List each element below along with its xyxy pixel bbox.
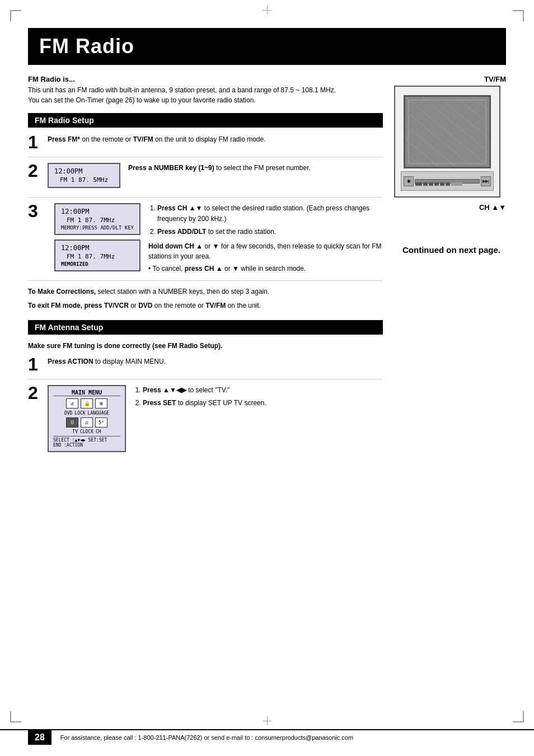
antenna-step1-text: Press ACTION to display MAIN MENU. [48, 356, 383, 367]
tv-fm-label: TV/FM [394, 75, 506, 83]
continued-text: Continued on next page. [394, 245, 506, 255]
tv-screen [404, 95, 491, 168]
svg-line-2 [439, 97, 489, 139]
exit-fm-note: To exit FM mode, press TV/VCR or DVD on … [28, 300, 383, 311]
antenna-step2-row: 2 MAIN MENU ↺ 🔒 ⊞ DVD L [28, 385, 383, 458]
page-number: 28 [28, 730, 51, 745]
menu-select-text: SELECT :▲▼◀▶ SET:SET [53, 438, 120, 443]
step2-lcd-freq: FM 1 87. 5MHz [54, 176, 114, 184]
step3-lcd2-time: 12:00PM [61, 244, 134, 252]
antenna-instruction1: Press ▲▼◀▶ to select "TV." [143, 385, 383, 396]
step3-instruction2: Press ADD/DLT to set the radio station. [157, 227, 383, 237]
step3-notes: To Make Corrections, select station with… [28, 287, 383, 311]
svg-rect-14 [446, 182, 450, 186]
step3-row: 3 12:00PM FM 1 87. 7MHz MEMORY:PRESS ADD… [28, 203, 383, 281]
menu-label-language: LANGUAGE [88, 411, 110, 416]
antenna-step2-instructions: Press ▲▼◀▶ to select "TV." Press SET to … [134, 385, 383, 411]
fm-radio-setup-header: FM Radio Setup [28, 113, 383, 128]
svg-rect-11 [429, 182, 433, 186]
device-image: ◉ [394, 86, 500, 198]
step2-lcd-time: 12:00PM [54, 167, 114, 175]
step1-number: 1 [28, 133, 48, 151]
step2-row: 2 12:00PM FM 1 87. 5MHz Press a NUMBER k… [28, 163, 383, 198]
menu-end-text: END :ACTION [53, 443, 120, 448]
antenna-section: FM Antenna Setup Make sure FM tuning is … [28, 320, 383, 458]
intro-title: FM Radio is... [28, 75, 383, 83]
step3-content: 12:00PM FM 1 87. 7MHz MEMORY:PRESS ADD/D… [54, 203, 383, 275]
menu-icon-dvd: ↺ [66, 398, 78, 408]
antenna-step1-number: 1 [28, 355, 48, 373]
menu-label-tv: TV [72, 429, 78, 434]
vcr-buttons-row: ◉ [404, 176, 491, 186]
vcr-btn2: ▶▶| [481, 176, 491, 186]
step3-number: 3 [28, 202, 48, 220]
svg-rect-15 [451, 182, 462, 186]
svg-line-8 [405, 153, 422, 167]
svg-line-5 [405, 111, 472, 167]
step3-lcds: 12:00PM FM 1 87. 7MHz MEMORY:PRESS ADD/D… [54, 203, 140, 275]
step3-lcd1: 12:00PM FM 1 87. 7MHz MEMORY:PRESS ADD/D… [54, 203, 140, 235]
antenna-intro: Make sure FM tuning is done correctly (s… [28, 341, 383, 351]
main-layout: FM Radio is... This unit has an FM radio… [28, 75, 506, 463]
step2-content: 12:00PM FM 1 87. 5MHz Press a NUMBER key… [48, 163, 383, 191]
step1-content: Press FM* on the remote or TV/FM on the … [48, 134, 383, 144]
step3-hold-text: Hold down CH ▲ or ▼ for a few seconds, t… [148, 241, 383, 261]
menu-labels-row1: DVD LOCK LANGUAGE [53, 411, 120, 416]
step1-row: 1 Press FM* on the remote or TV/FM on th… [28, 134, 383, 157]
svg-rect-10 [423, 182, 428, 186]
step3-instructions: Press CH ▲▼ to select the desired radio … [148, 203, 383, 274]
menu-icons-row1: ↺ 🔒 ⊞ [53, 398, 120, 408]
step3-cancel-note: To cancel, press CH ▲ or ▼ while in sear… [148, 264, 383, 274]
vcr-btn1: ◉ [404, 176, 414, 186]
ch-arrows-label: CH ▲▼ [394, 203, 506, 212]
step2-text: Press a NUMBER key (1~9) to select the F… [128, 163, 311, 173]
menu-labels-row2: TV CLOCK CH [53, 429, 120, 434]
svg-line-7 [405, 139, 439, 167]
step3-lcd1-time: 12:00PM [61, 208, 134, 215]
svg-line-4 [472, 97, 489, 111]
intro-text-line1: This unit has an FM radio with built-in … [28, 85, 383, 95]
intro-section: FM Radio is... This unit has an FM radio… [28, 75, 383, 105]
step2-number: 2 [28, 162, 48, 180]
vcr-controls: ◉ [401, 171, 494, 191]
antenna-step2-number: 2 [28, 384, 48, 402]
vcr-tape-area [415, 179, 480, 184]
antenna-step1-row: 1 Press ACTION to display MAIN MENU. [28, 356, 383, 379]
menu-label-ch: CH [96, 429, 101, 434]
menu-icons-row2: U ⌂ 5³ [53, 417, 120, 428]
menu-label-clock: CLOCK [80, 429, 93, 434]
svg-line-1 [422, 97, 489, 153]
step3-lcd2-freq: FM 1 87. 7MHz [61, 253, 134, 260]
step3-lcd2-msg: MEMORIZED [61, 261, 134, 267]
svg-line-0 [405, 97, 489, 167]
menu-bottom: SELECT :▲▼◀▶ SET:SET END :ACTION [53, 436, 120, 448]
step3-lcd2: 12:00PM FM 1 87. 7MHz MEMORIZED [54, 240, 140, 271]
step3-instruction1: Press CH ▲▼ to select the desired radio … [157, 203, 383, 224]
antenna-instruction2: Press SET to display SET UP TV screen. [143, 398, 383, 408]
right-column: TV/FM [394, 75, 506, 463]
page-footer: 28 For assistance, please call : 1-800-2… [0, 729, 534, 745]
antenna-step1-content: Press ACTION to display MAIN MENU. [48, 356, 383, 367]
page-title-bar: FM Radio [28, 28, 506, 65]
svg-line-6 [405, 125, 456, 167]
antenna-step2-content: MAIN MENU ↺ 🔒 ⊞ DVD LOCK LANGUAGE [48, 385, 383, 452]
fm-antenna-setup-header: FM Antenna Setup [28, 320, 383, 335]
page-title: FM Radio [39, 35, 495, 58]
menu-icon-clock: ⌂ [81, 417, 93, 428]
vcr-buttons-area: ◉ [404, 176, 491, 186]
svg-rect-12 [434, 182, 439, 186]
step3-lcd1-msg: MEMORY:PRESS ADD/DLT KEY [61, 225, 134, 231]
menu-label-dvd: DVD [64, 411, 72, 416]
footer-text: For assistance, please call : 1-800-211-… [60, 734, 353, 741]
vcr-controls-svg [415, 182, 479, 186]
menu-icon-lang: ⊞ [95, 398, 107, 408]
menu-icon-lock: 🔒 [81, 398, 93, 408]
svg-line-3 [456, 97, 489, 125]
step3-instruction-list: Press CH ▲▼ to select the desired radio … [148, 203, 383, 238]
device-image-inner: ◉ [395, 87, 499, 196]
antenna-step2-list: Press ▲▼◀▶ to select "TV." Press SET to … [134, 385, 383, 408]
menu-icon-ch: 5³ [95, 417, 107, 428]
step1-text: Press FM* on the remote or TV/FM on the … [48, 134, 383, 144]
step3-lcd1-freq: FM 1 87. 7MHz [61, 217, 134, 224]
menu-label-lock: LOCK [74, 411, 85, 416]
